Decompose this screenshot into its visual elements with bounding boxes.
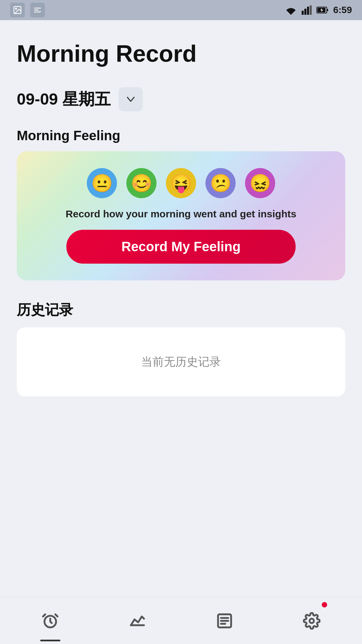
record-feeling-button[interactable]: Record My Feeling [66, 230, 296, 264]
history-empty-text: 当前无历史记录 [141, 354, 221, 370]
history-title: 历史记录 [17, 301, 345, 319]
nav-chart[interactable] [117, 597, 158, 644]
page-title: Morning Record [17, 40, 345, 67]
settings-notification-dot [322, 602, 327, 607]
emoji-laugh[interactable]: 😝 [166, 168, 196, 198]
emoji-neutral[interactable]: 😐 [87, 168, 117, 198]
svg-line-16 [43, 614, 45, 616]
history-card: 当前无历史记录 [17, 327, 345, 396]
morning-feeling-label: Morning Feeling [17, 128, 345, 143]
svg-line-17 [55, 614, 58, 616]
svg-text:A: A [39, 10, 42, 13]
emoji-row: 😐 😊 😝 😕 😖 [87, 168, 275, 198]
main-content: Morning Record 09-09 星期五 Morning Feeling… [0, 20, 362, 597]
bottom-nav [0, 597, 362, 644]
text-icon: A [30, 3, 45, 17]
svg-rect-10 [307, 7, 309, 15]
emoji-happy[interactable]: 😊 [126, 168, 157, 198]
svg-rect-11 [310, 5, 312, 15]
svg-rect-8 [302, 11, 304, 15]
nav-list[interactable] [204, 597, 245, 644]
feeling-description: Record how your morning went and get ins… [66, 208, 296, 220]
feeling-card: 😐 😊 😝 😕 😖 Record how your morning went a… [17, 151, 345, 280]
nav-settings[interactable] [292, 597, 332, 644]
date-text: 09-09 星期五 [17, 89, 111, 110]
status-bar: A 6:59 [0, 0, 362, 20]
status-bar-left: A [10, 3, 45, 17]
status-bar-right: 6:59 [285, 5, 352, 15]
date-dropdown-button[interactable] [119, 87, 143, 111]
nav-alarm[interactable] [30, 597, 70, 644]
svg-rect-9 [304, 9, 306, 15]
date-row: 09-09 星期五 [17, 87, 345, 111]
emoji-sad[interactable]: 😕 [205, 168, 236, 198]
emoji-angry[interactable]: 😖 [245, 168, 275, 198]
svg-point-1 [15, 8, 17, 9]
gallery-icon [10, 3, 25, 17]
status-time: 6:59 [333, 5, 352, 15]
svg-rect-13 [327, 9, 328, 11]
svg-point-24 [310, 619, 314, 623]
svg-point-18 [50, 621, 51, 622]
